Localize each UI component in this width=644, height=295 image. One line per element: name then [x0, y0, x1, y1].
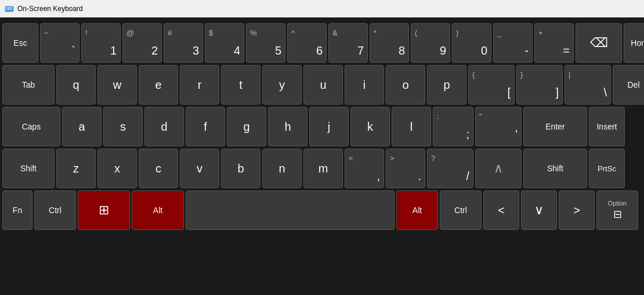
svg-rect-6 [8, 9, 10, 10]
key-esc[interactable]: Esc [2, 23, 38, 63]
key-backspace[interactable]: ⌫ [576, 23, 622, 63]
key-arrow-left[interactable]: < [483, 190, 519, 230]
row-bottom: Fn Ctrl ⊞ Alt Alt Ctrl < ∨ > Option ⊟ [2, 190, 642, 230]
key-shift-right[interactable]: Shift [523, 149, 587, 188]
svg-rect-1 [6, 8, 7, 9]
key-c[interactable]: c [139, 149, 178, 188]
key-s[interactable]: s [103, 107, 143, 146]
key-fslash[interactable]: ? / [427, 149, 473, 188]
key-semicolon[interactable]: : ; [433, 107, 473, 146]
svg-rect-5 [6, 9, 7, 10]
key-ctrl-right[interactable]: Ctrl [440, 190, 482, 230]
key-k[interactable]: k [350, 107, 390, 146]
key-equals[interactable]: + = [534, 23, 574, 63]
key-l[interactable]: l [392, 107, 431, 146]
key-r[interactable]: r [180, 65, 219, 105]
key-win[interactable]: ⊞ [78, 190, 130, 230]
row-number: Esc ~ ` ! 1 @ 2 # 3 $ 4 % 5 ^ 6 [2, 23, 642, 63]
key-x[interactable]: x [97, 149, 137, 188]
key-7[interactable]: & 7 [328, 23, 368, 63]
key-ctrl-left[interactable]: Ctrl [34, 190, 76, 230]
key-alt-right[interactable]: Alt [396, 190, 438, 230]
row-asdf: Caps a s d f g h j k l : ; " ' Enter Ins… [2, 107, 642, 146]
key-del[interactable]: Del [613, 65, 644, 105]
key-e[interactable]: e [139, 65, 178, 105]
key-lbracket[interactable]: { [ [468, 65, 515, 105]
key-shift-left[interactable]: Shift [2, 149, 55, 188]
key-h[interactable]: h [268, 107, 307, 146]
key-p[interactable]: p [427, 65, 466, 105]
key-z[interactable]: z [56, 149, 96, 188]
key-tab[interactable]: Tab [2, 65, 55, 105]
key-rbracket[interactable]: } ] [516, 65, 563, 105]
key-i[interactable]: i [345, 65, 384, 105]
key-alt-left[interactable]: Alt [132, 190, 184, 230]
row-zxcv: Shift z x c v b n m < , > . ? / ∧ Shift … [2, 149, 642, 188]
key-quote[interactable]: " ' [475, 107, 522, 146]
key-caret[interactable]: ∧ [475, 149, 522, 188]
key-t[interactable]: t [221, 65, 261, 105]
key-n[interactable]: n [262, 149, 302, 188]
key-m[interactable]: m [303, 149, 343, 188]
key-insert[interactable]: Insert [589, 107, 625, 146]
key-v[interactable]: v [180, 149, 219, 188]
key-comma[interactable]: < , [345, 149, 384, 188]
key-d[interactable]: d [144, 107, 184, 146]
key-prtsc[interactable]: PrtSc [589, 149, 625, 188]
key-3[interactable]: # 3 [164, 23, 203, 63]
key-4[interactable]: $ 4 [205, 23, 244, 63]
key-minus[interactable]: _ - [493, 23, 533, 63]
key-option[interactable]: Option ⊟ [596, 190, 638, 230]
key-6[interactable]: ^ 6 [287, 23, 327, 63]
key-f[interactable]: f [186, 107, 225, 146]
row-qwerty: Tab q w e r t y u i o p { [ } ] | \ Del … [2, 65, 642, 105]
key-8[interactable]: * 8 [370, 23, 409, 63]
key-0[interactable]: ) 0 [452, 23, 491, 63]
key-period[interactable]: > . [386, 149, 425, 188]
key-w[interactable]: w [97, 65, 137, 105]
key-2[interactable]: @ 2 [122, 23, 162, 63]
key-j[interactable]: j [309, 107, 349, 146]
svg-rect-3 [9, 8, 10, 9]
key-a[interactable]: a [62, 107, 102, 146]
key-space[interactable] [186, 190, 395, 230]
key-9[interactable]: ( 9 [411, 23, 450, 63]
key-b[interactable]: b [221, 149, 261, 188]
key-1[interactable]: ! 1 [81, 23, 121, 63]
key-o[interactable]: o [386, 65, 425, 105]
key-g[interactable]: g [227, 107, 266, 146]
key-caps[interactable]: Caps [2, 107, 60, 146]
title-bar: On-Screen Keyboard [0, 0, 644, 17]
key-q[interactable]: q [56, 65, 96, 105]
key-fn[interactable]: Fn [2, 190, 32, 230]
svg-rect-4 [11, 8, 12, 9]
app-title: On-Screen Keyboard [17, 5, 83, 13]
svg-rect-2 [8, 8, 9, 9]
key-arrow-down[interactable]: ∨ [521, 190, 557, 230]
keyboard-area: Esc ~ ` ! 1 @ 2 # 3 $ 4 % 5 ^ 6 [0, 17, 644, 295]
key-arrow-right[interactable]: > [559, 190, 595, 230]
keyboard-icon [5, 4, 14, 13]
key-home[interactable]: Home [624, 23, 644, 63]
key-backslash[interactable]: | \ [565, 65, 611, 105]
key-tilde[interactable]: ~ ` [40, 23, 79, 63]
key-5[interactable]: % 5 [246, 23, 285, 63]
key-enter[interactable]: Enter [523, 107, 587, 146]
key-y[interactable]: y [262, 65, 302, 105]
key-u[interactable]: u [303, 65, 343, 105]
svg-rect-7 [11, 9, 12, 10]
